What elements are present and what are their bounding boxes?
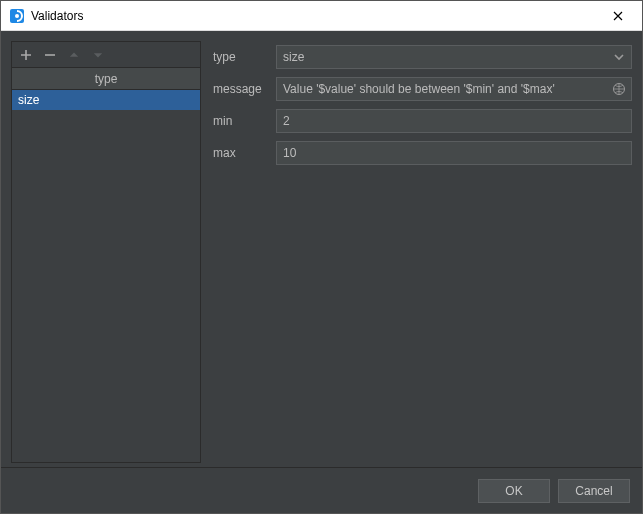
cancel-button[interactable]: Cancel <box>558 479 630 503</box>
validators-list-panel: type size <box>11 41 201 463</box>
list-toolbar <box>11 41 201 67</box>
validators-dialog: Validators <box>0 0 643 514</box>
ok-button[interactable]: OK <box>478 479 550 503</box>
app-icon <box>9 8 25 24</box>
min-field-wrap <box>276 109 632 133</box>
window-title: Validators <box>31 9 595 23</box>
label-message: message <box>213 82 268 96</box>
column-header-type[interactable]: type <box>12 68 200 90</box>
min-input[interactable] <box>276 109 632 133</box>
globe-icon[interactable] <box>612 82 626 96</box>
message-input[interactable] <box>276 77 632 101</box>
validator-form: type message <box>213 41 632 463</box>
row-message: message <box>213 77 632 101</box>
max-input[interactable] <box>276 141 632 165</box>
table-row[interactable]: size <box>12 90 200 110</box>
move-up-button[interactable] <box>66 47 82 63</box>
type-field-wrap <box>276 45 632 69</box>
row-min: min <box>213 109 632 133</box>
chevron-down-icon[interactable] <box>612 50 626 64</box>
label-type: type <box>213 50 268 64</box>
close-button[interactable] <box>595 1 640 30</box>
label-max: max <box>213 146 268 160</box>
label-min: min <box>213 114 268 128</box>
dialog-body: type size type <box>1 31 642 513</box>
row-max: max <box>213 141 632 165</box>
svg-point-1 <box>15 14 19 18</box>
message-field-wrap <box>276 77 632 101</box>
type-dropdown[interactable] <box>276 45 632 69</box>
validators-table: type size <box>11 67 201 463</box>
row-type-cell: size <box>18 93 39 107</box>
add-button[interactable] <box>18 47 34 63</box>
max-field-wrap <box>276 141 632 165</box>
move-down-button[interactable] <box>90 47 106 63</box>
dialog-footer: OK Cancel <box>1 467 642 513</box>
titlebar: Validators <box>1 1 642 31</box>
row-type: type <box>213 45 632 69</box>
remove-button[interactable] <box>42 47 58 63</box>
content-area: type size type <box>1 31 642 467</box>
